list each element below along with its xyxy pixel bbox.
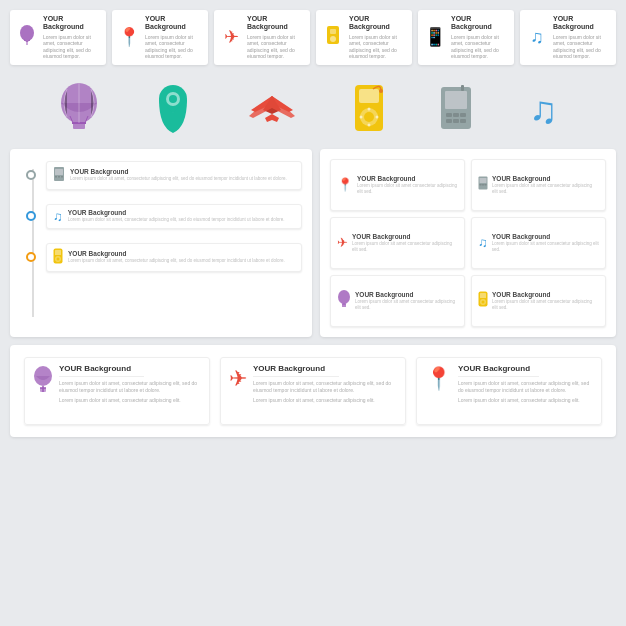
svg-rect-43 — [480, 178, 487, 183]
top-card-4-text: YOUR Background Lorem ipsum dolor sit am… — [349, 15, 406, 60]
timeline-item-3: YOUR Background Lorem ipsum dolor sit am… — [26, 243, 302, 272]
timeline-card-3-text: YOUR Background Lorem ipsum dolor sit am… — [68, 250, 285, 264]
music-icon-small: ♫ — [526, 27, 548, 48]
svg-rect-44 — [480, 184, 482, 186]
bottom-card-3-desc: Lorem ipsum dolor sit amet, consectetur … — [458, 380, 593, 394]
svg-rect-51 — [480, 293, 486, 298]
timeline-card-3: YOUR Background Lorem ipsum dolor sit am… — [46, 243, 302, 272]
grid-card-1-text: YOUR Background Lorem ipsum dolor sit am… — [357, 175, 458, 195]
svg-point-53 — [482, 301, 485, 304]
bottom-card-2-desc: Lorem ipsum dolor sit amet, consectetur … — [253, 380, 397, 394]
grid-card-3-text: YOUR Background Lorem ipsum dolor sit am… — [352, 233, 458, 253]
grid-card-2: YOUR Background Lorem ipsum dolor sit am… — [471, 159, 606, 211]
top-card-3: ✈ YOUR Background Lorem ipsum dolor sit … — [214, 10, 310, 65]
svg-text:♫: ♫ — [529, 89, 558, 129]
svg-rect-57 — [40, 388, 46, 392]
svg-point-0 — [20, 25, 34, 41]
bottom-card-1-desc: Lorem ipsum dolor sit amet, consectetur … — [59, 380, 201, 394]
grid-card-4: ♫ YOUR Background Lorem ipsum dolor sit … — [471, 217, 606, 269]
plane-icon-grid: ✈ — [337, 235, 348, 250]
timeline-card-2-title: YOUR Background — [68, 209, 285, 216]
top-card-4-title: YOUR Background — [349, 15, 406, 32]
bottom-card-1-desc2: Lorem ipsum dolor sit amet, consectetur … — [59, 397, 201, 404]
timeline-card-1-title: YOUR Background — [70, 168, 287, 175]
bottom-card-2-desc2: Lorem ipsum dolor sit amet, consectetur … — [253, 397, 397, 404]
svg-point-3 — [330, 36, 336, 42]
grid-card-1-desc: Lorem ipsum dolor sit amet consectetur a… — [357, 183, 458, 195]
svg-point-21 — [376, 115, 379, 118]
icons-row: ♫ — [0, 73, 626, 149]
grid-card-2-text: YOUR Background Lorem ipsum dolor sit am… — [492, 175, 599, 195]
ipod-icon-grid — [478, 291, 488, 310]
airplane-icon-large — [245, 88, 299, 132]
grid-card-5: YOUR Background Lorem ipsum dolor sit am… — [330, 275, 465, 327]
balloon-icon-grid — [337, 290, 351, 311]
grid-card-4-desc: Lorem ipsum dolor sit amet consectetur a… — [492, 241, 599, 253]
timeline-item-2: ♫ YOUR Background Lorem ipsum dolor sit … — [26, 204, 302, 229]
svg-point-17 — [364, 112, 374, 122]
bottom-card-2: ✈ YOUR Background Lorem ipsum dolor sit … — [220, 357, 406, 425]
plane-icon-small: ✈ — [220, 26, 242, 48]
bottom-card-1-divider — [59, 376, 144, 377]
pin-icon-bottom: 📍 — [425, 366, 452, 392]
bottom-card-1-title: YOUR Background — [59, 364, 201, 373]
svg-rect-37 — [61, 176, 63, 178]
phone-icon-timeline — [53, 166, 65, 185]
grid-card-6-title: YOUR Background — [492, 291, 599, 298]
svg-point-13 — [169, 95, 177, 103]
plane-icon-bottom: ✈ — [229, 366, 247, 392]
svg-rect-25 — [446, 113, 452, 117]
bottom-card-2-title: YOUR Background — [253, 364, 397, 373]
timeline-card-1-desc: Lorem ipsum dolor sit amet, consectetur … — [70, 176, 287, 182]
top-card-1-text: YOUR Background Lorem ipsum dolor sit am… — [43, 15, 100, 60]
grid-card-6-desc: Lorem ipsum dolor sit amet consectetur a… — [492, 299, 599, 311]
svg-point-22 — [379, 89, 383, 93]
svg-rect-8 — [73, 123, 85, 129]
phone-icon-small: 📱 — [424, 26, 446, 48]
bottom-card-1: YOUR Background Lorem ipsum dolor sit am… — [24, 357, 210, 425]
grid-card-6: YOUR Background Lorem ipsum dolor sit am… — [471, 275, 606, 327]
top-card-5: 📱 YOUR Background Lorem ipsum dolor sit … — [418, 10, 514, 65]
top-card-3-desc: Lorem ipsum dolor sit amet, consectetur … — [247, 34, 304, 60]
top-card-4-desc: Lorem ipsum dolor sit amet, consectetur … — [349, 34, 406, 60]
svg-rect-35 — [55, 176, 57, 178]
top-card-4: YOUR Background Lorem ipsum dolor sit am… — [316, 10, 412, 65]
timeline-dot-3 — [26, 252, 36, 262]
top-card-1-desc: Lorem ipsum dolor sit amet, consectetur … — [43, 34, 100, 60]
mobile-phone-icon-large — [439, 85, 473, 135]
svg-rect-39 — [55, 250, 61, 255]
music-icon-timeline: ♫ — [53, 209, 63, 224]
phone-icon-grid — [478, 176, 488, 193]
top-cards-section: YOUR Background Lorem ipsum dolor sit am… — [0, 0, 626, 73]
bottom-card-3-text: YOUR Background Lorem ipsum dolor sit am… — [458, 364, 593, 404]
svg-point-18 — [368, 107, 371, 110]
top-card-5-desc: Lorem ipsum dolor sit amet, consectetur … — [451, 34, 508, 60]
balloon-icon-small — [16, 25, 38, 50]
grid-card-5-desc: Lorem ipsum dolor sit amet consectetur a… — [355, 299, 458, 311]
top-card-2-title: YOUR Background — [145, 15, 202, 32]
grid-card-6-text: YOUR Background Lorem ipsum dolor sit am… — [492, 291, 599, 311]
bottom-section: YOUR Background Lorem ipsum dolor sit am… — [10, 345, 616, 437]
svg-rect-34 — [55, 169, 63, 175]
music-note-icon-large: ♫ — [527, 87, 569, 133]
svg-rect-36 — [58, 176, 60, 178]
grid-card-4-title: YOUR Background — [492, 233, 599, 240]
grid-card-2-desc: Lorem ipsum dolor sit amet consectetur a… — [492, 183, 599, 195]
top-card-5-title: YOUR Background — [451, 15, 508, 32]
bottom-card-3-divider — [458, 376, 539, 377]
bottom-card-3-title: YOUR Background — [458, 364, 593, 373]
svg-rect-27 — [460, 113, 466, 117]
svg-rect-29 — [453, 119, 459, 123]
svg-rect-28 — [446, 119, 452, 123]
balloon-icon-bottom — [33, 366, 53, 398]
grid-card-1: 📍 YOUR Background Lorem ipsum dolor sit … — [330, 159, 465, 211]
timeline-card-2: ♫ YOUR Background Lorem ipsum dolor sit … — [46, 204, 302, 229]
timeline-card-2-desc: Lorem ipsum dolor sit amet, consectetur … — [68, 217, 285, 223]
grid-card-5-text: YOUR Background Lorem ipsum dolor sit am… — [355, 291, 458, 311]
timeline-card-1-text: YOUR Background Lorem ipsum dolor sit am… — [70, 168, 287, 182]
middle-section: YOUR Background Lorem ipsum dolor sit am… — [0, 149, 626, 337]
timeline-panel: YOUR Background Lorem ipsum dolor sit am… — [10, 149, 312, 337]
top-card-6-desc: Lorem ipsum dolor sit amet, consectetur … — [553, 34, 610, 60]
svg-rect-49 — [342, 304, 346, 307]
top-card-3-text: YOUR Background Lorem ipsum dolor sit am… — [247, 15, 304, 60]
